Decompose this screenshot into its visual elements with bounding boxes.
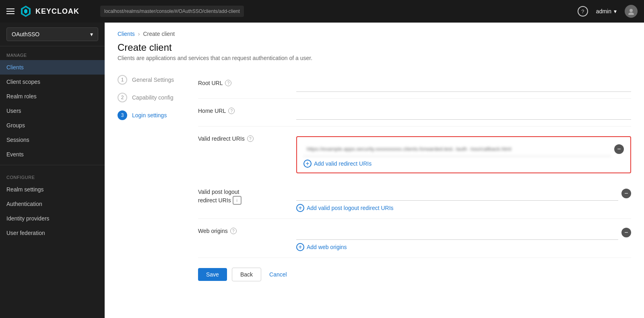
web-origins-label: Web origins ? xyxy=(198,225,287,234)
sidebar-item-realm-settings-label: Realm settings xyxy=(6,186,44,193)
valid-redirect-row: Valid redirect URIs ? − + Add valid redi… xyxy=(198,127,631,177)
sidebar-item-realm-roles-label: Realm roles xyxy=(6,93,37,100)
add-web-origins-label: Add web origins xyxy=(307,244,347,250)
sidebar-item-sessions[interactable]: Sessions xyxy=(0,133,105,147)
logo: KEYCLOAK xyxy=(19,5,79,18)
home-url-label: Home URL ? xyxy=(198,105,287,114)
menu-toggle[interactable] xyxy=(6,8,14,14)
sidebar: OAuthSSO ▾ Manage Clients Client scopes … xyxy=(0,23,105,318)
step-1-number: 1 xyxy=(118,75,127,85)
step-1[interactable]: 1 General Settings xyxy=(118,71,188,89)
add-post-logout-label: Add valid post logout redirect URIs xyxy=(307,205,394,211)
sidebar-item-user-federation-label: User federation xyxy=(6,230,45,236)
home-url-help-icon[interactable]: ? xyxy=(228,108,235,114)
web-origins-help-icon[interactable]: ? xyxy=(230,228,237,234)
home-url-row: Home URL ? xyxy=(198,99,631,127)
breadcrumb-current: Create client xyxy=(143,31,175,37)
logo-text: KEYCLOAK xyxy=(35,7,79,16)
web-origins-input[interactable] xyxy=(296,225,618,240)
post-logout-uri-row: − xyxy=(296,186,631,201)
help-icon[interactable]: ? xyxy=(578,6,588,17)
redirect-section-highlighted: − + Add valid redirect URIs xyxy=(296,136,631,173)
cancel-button[interactable]: Cancel xyxy=(266,268,290,281)
valid-redirect-label: Valid redirect URIs ? xyxy=(198,133,287,142)
sidebar-item-users-label: Users xyxy=(6,108,21,114)
url-bar: localhost/realms/master/console/#/OAuthS… xyxy=(100,6,244,17)
realm-dropdown-icon: ▾ xyxy=(90,31,93,37)
web-origins-input-area: − + Add web origins xyxy=(296,225,631,251)
sidebar-item-client-scopes[interactable]: Client scopes xyxy=(0,75,105,89)
remove-redirect-button[interactable]: − xyxy=(614,144,624,154)
web-origins-row: Web origins ? − + Add web origins xyxy=(198,219,631,258)
wizard-steps: 1 General Settings 2 Capability config 3… xyxy=(118,71,198,291)
add-post-logout-icon: + xyxy=(296,204,304,212)
form-actions: Save Back Cancel xyxy=(198,258,631,281)
user-menu[interactable]: admin ▾ xyxy=(596,8,617,15)
home-url-input-area xyxy=(296,105,631,120)
manage-section-label: Manage xyxy=(0,46,105,60)
root-url-label: Root URL ? xyxy=(198,77,287,86)
root-url-help-icon[interactable]: ? xyxy=(225,80,231,86)
sidebar-item-user-federation[interactable]: User federation xyxy=(0,226,105,240)
valid-redirect-help-icon[interactable]: ? xyxy=(247,135,254,142)
post-logout-input-area: − + Add valid post logout redirect URIs xyxy=(296,186,631,212)
realm-selector: OAuthSSO ▾ xyxy=(0,23,105,46)
valid-redirect-input-area: − + Add valid redirect URIs xyxy=(296,133,631,177)
page-title: Create client xyxy=(105,37,644,55)
topbar: KEYCLOAK localhost/realms/master/console… xyxy=(0,0,644,23)
topbar-left: KEYCLOAK localhost/realms/master/console… xyxy=(6,5,260,18)
redirect-uri-row: − xyxy=(303,142,624,156)
username: admin xyxy=(596,8,611,15)
sidebar-item-groups[interactable]: Groups xyxy=(0,118,105,133)
remove-post-logout-button[interactable]: − xyxy=(621,189,631,198)
web-origins-uri-row: − xyxy=(296,225,631,240)
post-logout-label: Valid post logout redirect URIs i xyxy=(198,186,287,205)
add-web-origins-icon: + xyxy=(296,243,304,251)
step-2-number: 2 xyxy=(118,93,127,102)
avatar[interactable] xyxy=(625,5,638,18)
sidebar-item-identity-providers[interactable]: Identity providers xyxy=(0,211,105,226)
realm-name: OAuthSSO xyxy=(12,31,39,37)
post-logout-uri-input[interactable] xyxy=(296,186,618,201)
step-3[interactable]: 3 Login settings xyxy=(118,106,188,124)
add-web-origins-link[interactable]: + Add web origins xyxy=(296,243,347,251)
save-button[interactable]: Save xyxy=(198,268,227,281)
sidebar-item-authentication-label: Authentication xyxy=(6,201,42,207)
home-url-input[interactable] xyxy=(296,105,631,120)
remove-web-origins-button[interactable]: − xyxy=(621,228,631,237)
add-redirect-label: Add valid redirect URIs xyxy=(314,160,372,167)
add-redirect-icon: + xyxy=(303,160,312,168)
sidebar-item-events[interactable]: Events xyxy=(0,147,105,162)
breadcrumb: Clients › Create client xyxy=(105,23,644,37)
root-url-row: Root URL ? xyxy=(198,71,631,99)
step-2[interactable]: 2 Capability config xyxy=(118,89,188,106)
back-button[interactable]: Back xyxy=(232,268,261,281)
content-area: Clients › Create client Create client Cl… xyxy=(105,23,644,318)
user-dropdown-icon: ▾ xyxy=(614,8,617,15)
sidebar-item-realm-settings[interactable]: Realm settings xyxy=(0,182,105,197)
sidebar-item-users[interactable]: Users xyxy=(0,104,105,118)
sidebar-item-groups-label: Groups xyxy=(6,122,25,129)
breadcrumb-separator: › xyxy=(138,31,140,37)
sidebar-item-authentication[interactable]: Authentication xyxy=(0,197,105,211)
breadcrumb-clients-link[interactable]: Clients xyxy=(118,31,135,37)
redirect-uri-input[interactable] xyxy=(303,142,611,156)
svg-point-3 xyxy=(630,9,633,12)
sidebar-item-realm-roles[interactable]: Realm roles xyxy=(0,89,105,104)
add-post-logout-link[interactable]: + Add valid post logout redirect URIs xyxy=(296,204,394,212)
configure-section-label: Configure xyxy=(0,168,105,182)
form-panel: Root URL ? Home URL ? xyxy=(198,71,631,291)
post-logout-help-icon[interactable]: i xyxy=(233,196,242,205)
svg-point-4 xyxy=(628,12,634,15)
sidebar-item-sessions-label: Sessions xyxy=(6,137,29,143)
sidebar-item-events-label: Events xyxy=(6,151,24,158)
root-url-input[interactable] xyxy=(296,77,631,92)
form-wrapper: 1 General Settings 2 Capability config 3… xyxy=(105,71,644,291)
add-redirect-link[interactable]: + Add valid redirect URIs xyxy=(303,160,372,168)
post-logout-row: Valid post logout redirect URIs i − xyxy=(198,180,631,219)
step-3-number: 3 xyxy=(118,110,127,120)
realm-dropdown[interactable]: OAuthSSO ▾ xyxy=(6,27,98,41)
sidebar-item-identity-providers-label: Identity providers xyxy=(6,215,50,222)
keycloak-logo-icon xyxy=(19,5,32,18)
sidebar-item-clients[interactable]: Clients xyxy=(0,60,105,75)
